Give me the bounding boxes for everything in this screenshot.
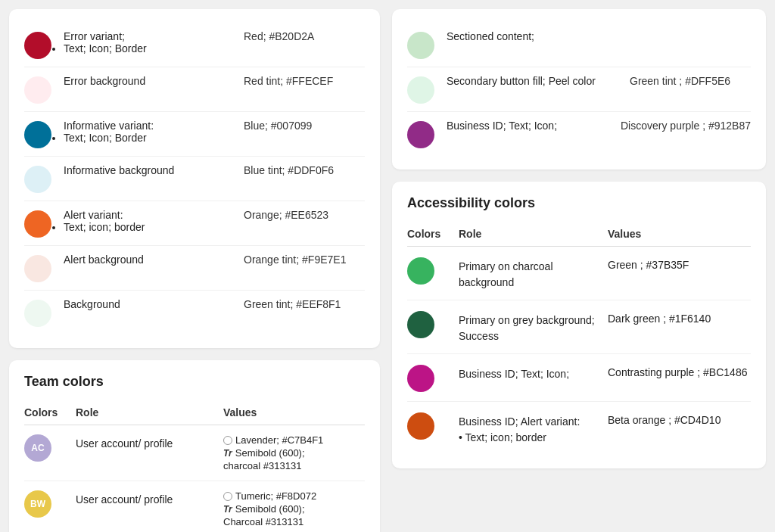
color-swatch [407,76,434,104]
accessibility-value: Beta orange ; #CD4D10 [608,411,751,426]
color-role-text: Error variant;Text; Icon; Border [64,30,232,54]
color-value-text: Red; #B20D2A [244,30,365,42]
color-role-text: Sectioned content; [447,30,618,42]
continuation-list: Sectioned content;Secondary button fill;… [407,23,751,156]
acc-header-col3: Values [608,228,751,240]
team-value-text: Semibold (600); [235,447,305,459]
color-role-text: Informative background [64,164,232,176]
status-colors-card: Error variant;Text; Icon; BorderRed; #B2… [9,9,380,348]
color-value-text: Orange tint; #F9E7E1 [244,254,365,266]
color-value-text: Orange; #EE6523 [244,209,365,221]
color-swatch [24,32,51,59]
status-color-row: Informative backgroundBlue tint; #DDF0F6 [24,157,365,201]
team-value-text: Semibold (600); [235,503,305,515]
color-swatch [407,412,434,440]
color-value-text: Blue tint; #DDF0F6 [244,164,365,176]
accessibility-row: Business ID; Text; Icon;Contrasting purp… [407,354,751,402]
status-color-row: Error backgroundRed tint; #FFECEF [24,67,365,112]
accessibility-value: Contrasting purple ; #BC1486 [608,363,751,378]
accessibility-row: Business ID; Alert variant:• Text; icon;… [407,402,751,455]
status-color-list: Error variant;Text; Icon; BorderRed; #B2… [24,23,365,334]
color-value-text: Red tint; #FFECEF [244,75,365,87]
accessibility-row: Primary on grey background; SuccessDark … [407,300,751,354]
accessibility-role: Business ID; Text; Icon; [459,363,602,382]
color-role-text: Business ID; Text; Icon; [447,120,608,132]
team-role: User account/ profile [76,434,217,450]
accessibility-title: Accessibility colors [407,195,751,211]
color-value-text: Blue; #007099 [244,120,365,132]
team-colors-card: Team colors Colors Role Values ACUser ac… [9,360,380,532]
accessibility-role: Business ID; Alert variant:• Text; icon;… [459,411,602,446]
status-color-row: Informative variant:Text; Icon; BorderBl… [24,112,365,157]
accessibility-value: Green ; #37B35F [608,256,751,271]
team-avatar: AC [24,434,51,462]
status-color-row: BackgroundGreen tint; #EEF8F1 [24,291,365,334]
team-value-text: Charcoal #313131 [223,516,303,527]
color-swatch [24,210,51,238]
color-role-text: Alert background [64,254,232,266]
acc-header-col2: Role [459,228,602,240]
tr-icon: Tr [223,504,232,515]
color-role-text: Informative variant:Text; Icon; Border [64,120,232,144]
accessibility-value: Dark green ; #1F6140 [608,310,751,325]
color-swatch [24,166,51,193]
continuation-row: Business ID; Text; Icon;Discovery purple… [407,112,751,156]
accessibility-role: Primary on charcoal background [459,256,602,291]
team-values: Lavender; #C7B4F1TrSemibold (600);charco… [223,434,365,471]
accessibility-row: Primary on charcoal backgroundGreen ; #3… [407,247,751,300]
team-value-item: Charcoal #313131 [223,516,365,527]
accessibility-card: Accessibility colors Colors Role Values … [392,182,766,468]
color-role-text: Error background [64,75,232,87]
team-color-row: ACUser account/ profileLavender; #C7B4F1… [24,425,365,481]
team-value-item: Tumeric; #F8D072 [223,490,365,502]
accessibility-header: Colors Role Values [407,222,751,247]
team-value-item: charcoal #313131 [223,460,365,471]
team-values: Tumeric; #F8D072TrSemibold (600);Charcoa… [223,490,365,527]
team-header-col2: Role [76,406,217,418]
team-value-item: TrSemibold (600); [223,503,365,515]
accessibility-list: Primary on charcoal backgroundGreen ; #3… [407,247,751,455]
color-swatch [407,365,434,392]
team-value-text: charcoal #313131 [223,460,301,471]
team-avatar: BW [24,490,51,518]
circle-icon [223,436,232,445]
color-swatch [24,300,51,327]
accessibility-role: Primary on grey background; Success [459,310,602,344]
team-value-text: Tumeric; #F8D072 [235,490,316,502]
continuation-row: Secondary button fill; Peel colorGreen t… [407,67,751,112]
acc-header-col1: Colors [407,228,453,240]
team-value-text: Lavender; #C7B4F1 [235,434,323,446]
status-color-row: Error variant;Text; Icon; BorderRed; #B2… [24,23,365,67]
color-role-text: Alert variant:Text; icon; border [64,209,232,233]
team-header-col1: Colors [24,406,70,418]
tr-icon: Tr [223,448,232,459]
color-value-text: Green tint ; #DFF5E6 [630,75,751,87]
right-top-card: Sectioned content;Secondary button fill;… [392,9,766,170]
color-role-text: Secondary button fill; Peel color [447,75,618,87]
continuation-row: Sectioned content; [407,23,751,67]
color-value-text: Green tint; #EEF8F1 [244,298,365,310]
color-swatch [407,121,434,148]
team-color-list: ACUser account/ profileLavender; #C7B4F1… [24,425,365,532]
color-swatch [24,76,51,104]
color-swatch [24,121,51,148]
color-swatch [407,32,434,59]
team-color-row: BWUser account/ profileTumeric; #F8D072T… [24,481,365,532]
status-color-row: Alert backgroundOrange tint; #F9E7E1 [24,246,365,291]
color-value-text: Discovery purple ; #912B87 [621,120,751,132]
color-role-text: Background [64,298,232,310]
color-swatch [407,311,434,338]
team-value-item: Lavender; #C7B4F1 [223,434,365,446]
status-color-row: Alert variant:Text; icon; borderOrange; … [24,201,365,246]
team-colors-title: Team colors [24,374,365,390]
color-swatch [24,255,51,282]
team-role: User account/ profile [76,490,217,506]
color-swatch [407,257,434,285]
team-colors-header: Colors Role Values [24,400,365,425]
team-value-item: TrSemibold (600); [223,447,365,459]
circle-icon [223,492,232,501]
team-header-col3: Values [223,406,365,418]
